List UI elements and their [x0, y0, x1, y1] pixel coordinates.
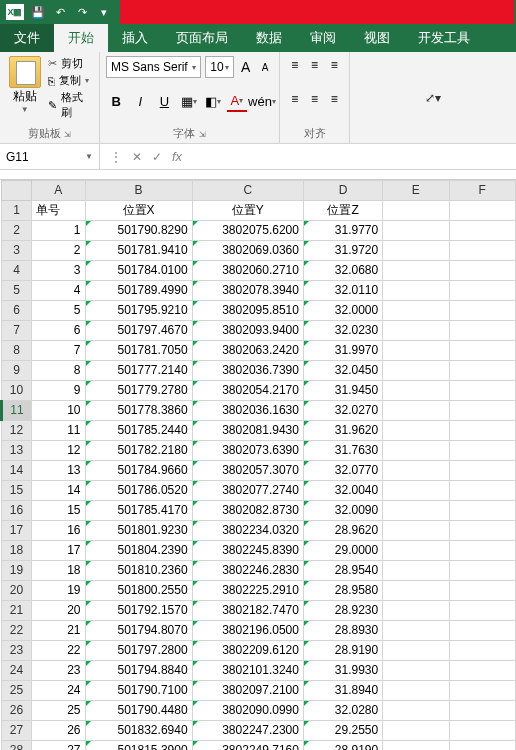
cell-E6[interactable]: [383, 301, 449, 321]
align-left-button[interactable]: ≡: [286, 90, 304, 108]
cell-D1[interactable]: 位置Z: [303, 201, 382, 221]
grow-font-button[interactable]: A: [238, 56, 254, 78]
cell-F13[interactable]: [449, 441, 515, 461]
row-header-24[interactable]: 24: [2, 661, 32, 681]
cell-E18[interactable]: [383, 541, 449, 561]
cell-A16[interactable]: 15: [31, 501, 85, 521]
cell-C28[interactable]: 3802249.7160: [192, 741, 303, 751]
cell-E7[interactable]: [383, 321, 449, 341]
row-header-2[interactable]: 2: [2, 221, 32, 241]
col-header-A[interactable]: A: [31, 181, 85, 201]
cell-F5[interactable]: [449, 281, 515, 301]
spreadsheet-grid[interactable]: ABCDEF1单号位置X位置Y位置Z21501790.82903802075.6…: [0, 180, 516, 750]
row-header-3[interactable]: 3: [2, 241, 32, 261]
row-header-22[interactable]: 22: [2, 621, 32, 641]
cell-C20[interactable]: 3802225.2910: [192, 581, 303, 601]
border-button[interactable]: ▦▾: [179, 90, 199, 112]
cell-C1[interactable]: 位置Y: [192, 201, 303, 221]
cell-F2[interactable]: [449, 221, 515, 241]
cell-F21[interactable]: [449, 601, 515, 621]
cancel-icon[interactable]: ✕: [132, 150, 142, 164]
cell-A3[interactable]: 2: [31, 241, 85, 261]
cell-E25[interactable]: [383, 681, 449, 701]
cell-E19[interactable]: [383, 561, 449, 581]
undo-icon[interactable]: ↶: [52, 4, 68, 20]
row-header-18[interactable]: 18: [2, 541, 32, 561]
col-header-F[interactable]: F: [449, 181, 515, 201]
cell-F3[interactable]: [449, 241, 515, 261]
cell-C5[interactable]: 3802078.3940: [192, 281, 303, 301]
cell-B2[interactable]: 501790.8290: [85, 221, 192, 241]
row-header-19[interactable]: 19: [2, 561, 32, 581]
cell-E28[interactable]: [383, 741, 449, 751]
cell-A14[interactable]: 13: [31, 461, 85, 481]
cell-A25[interactable]: 24: [31, 681, 85, 701]
cell-D27[interactable]: 29.2550: [303, 721, 382, 741]
tab-review[interactable]: 审阅: [296, 24, 350, 52]
cell-C14[interactable]: 3802057.3070: [192, 461, 303, 481]
cell-A13[interactable]: 12: [31, 441, 85, 461]
cell-D8[interactable]: 31.9970: [303, 341, 382, 361]
cell-E14[interactable]: [383, 461, 449, 481]
cell-B3[interactable]: 501781.9410: [85, 241, 192, 261]
cell-F20[interactable]: [449, 581, 515, 601]
col-header-B[interactable]: B: [85, 181, 192, 201]
cell-D3[interactable]: 31.9720: [303, 241, 382, 261]
format-painter-button[interactable]: ✎格式刷: [48, 90, 93, 120]
cell-B8[interactable]: 501781.7050: [85, 341, 192, 361]
name-box-input[interactable]: [6, 150, 66, 164]
cell-A10[interactable]: 9: [31, 381, 85, 401]
tab-dev[interactable]: 开发工具: [404, 24, 484, 52]
cell-D2[interactable]: 31.9770: [303, 221, 382, 241]
cell-E8[interactable]: [383, 341, 449, 361]
cell-E1[interactable]: [383, 201, 449, 221]
cell-E17[interactable]: [383, 521, 449, 541]
align-bottom-button[interactable]: ≡: [325, 56, 343, 74]
paste-dropdown-icon[interactable]: ▼: [21, 105, 29, 114]
cell-A9[interactable]: 8: [31, 361, 85, 381]
cell-F11[interactable]: [449, 401, 515, 421]
cell-A17[interactable]: 16: [31, 521, 85, 541]
cell-E10[interactable]: [383, 381, 449, 401]
cell-E22[interactable]: [383, 621, 449, 641]
row-header-26[interactable]: 26: [2, 701, 32, 721]
cell-C17[interactable]: 3802234.0320: [192, 521, 303, 541]
font-color-button[interactable]: A▾: [227, 90, 247, 112]
cell-D14[interactable]: 32.0770: [303, 461, 382, 481]
copy-button[interactable]: ⎘复制▾: [48, 73, 93, 88]
cell-B16[interactable]: 501785.4170: [85, 501, 192, 521]
cell-B23[interactable]: 501797.2800: [85, 641, 192, 661]
cut-button[interactable]: ✂剪切: [48, 56, 93, 71]
cell-D19[interactable]: 28.9540: [303, 561, 382, 581]
cell-D11[interactable]: 32.0270: [303, 401, 382, 421]
cell-B9[interactable]: 501777.2140: [85, 361, 192, 381]
cell-F16[interactable]: [449, 501, 515, 521]
col-header-C[interactable]: C: [192, 181, 303, 201]
cell-F18[interactable]: [449, 541, 515, 561]
cell-C27[interactable]: 3802247.2300: [192, 721, 303, 741]
redo-icon[interactable]: ↷: [74, 4, 90, 20]
cell-D6[interactable]: 32.0000: [303, 301, 382, 321]
cell-A5[interactable]: 4: [31, 281, 85, 301]
tab-file[interactable]: 文件: [0, 24, 54, 52]
cell-D26[interactable]: 32.0280: [303, 701, 382, 721]
cell-A2[interactable]: 1: [31, 221, 85, 241]
row-header-13[interactable]: 13: [2, 441, 32, 461]
cell-C23[interactable]: 3802209.6120: [192, 641, 303, 661]
cell-D12[interactable]: 31.9620: [303, 421, 382, 441]
cell-F1[interactable]: [449, 201, 515, 221]
row-header-25[interactable]: 25: [2, 681, 32, 701]
cell-B6[interactable]: 501795.9210: [85, 301, 192, 321]
cell-E24[interactable]: [383, 661, 449, 681]
row-header-6[interactable]: 6: [2, 301, 32, 321]
cell-D17[interactable]: 28.9620: [303, 521, 382, 541]
paste-button[interactable]: 粘贴 ▼: [6, 56, 44, 120]
cell-C24[interactable]: 3802101.3240: [192, 661, 303, 681]
cell-E11[interactable]: [383, 401, 449, 421]
tab-insert[interactable]: 插入: [108, 24, 162, 52]
cell-A21[interactable]: 20: [31, 601, 85, 621]
cell-A23[interactable]: 22: [31, 641, 85, 661]
cell-C12[interactable]: 3802081.9430: [192, 421, 303, 441]
cell-F17[interactable]: [449, 521, 515, 541]
cell-B5[interactable]: 501789.4990: [85, 281, 192, 301]
